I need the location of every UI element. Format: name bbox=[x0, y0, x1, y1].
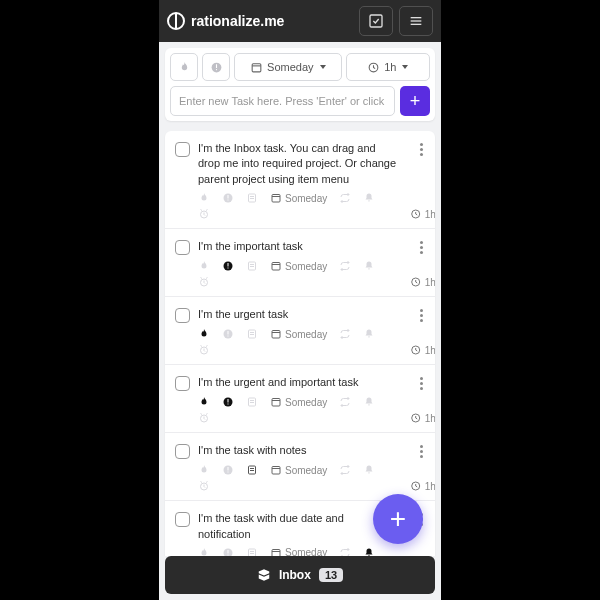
svg-line-56 bbox=[206, 414, 208, 415]
task-checkbox[interactable] bbox=[175, 240, 190, 255]
bell-icon bbox=[363, 260, 375, 272]
svg-rect-47 bbox=[228, 399, 229, 403]
svg-rect-76 bbox=[272, 549, 280, 556]
exclamation-icon bbox=[210, 61, 223, 74]
svg-line-55 bbox=[201, 414, 203, 415]
logo-icon bbox=[167, 12, 185, 30]
notes-icon bbox=[246, 396, 258, 408]
task-item[interactable]: I'm the important task Someday 1h bbox=[165, 229, 435, 297]
alarm-icon bbox=[198, 276, 210, 288]
svg-rect-59 bbox=[228, 467, 229, 471]
svg-line-43 bbox=[201, 346, 203, 347]
repeat-icon bbox=[339, 260, 351, 272]
svg-rect-72 bbox=[228, 554, 229, 555]
task-menu-button[interactable] bbox=[413, 375, 429, 390]
alarm-icon bbox=[198, 208, 210, 220]
svg-rect-23 bbox=[228, 263, 229, 267]
date-chip: Someday bbox=[270, 464, 327, 476]
important-icon bbox=[222, 547, 234, 556]
svg-line-67 bbox=[201, 482, 203, 483]
task-menu-button[interactable] bbox=[413, 141, 429, 156]
svg-rect-35 bbox=[228, 331, 229, 335]
check-button[interactable] bbox=[359, 6, 393, 36]
main-scroll[interactable]: Someday 1h + I'm the Inbox task. You c bbox=[159, 42, 441, 556]
task-menu-button[interactable] bbox=[413, 307, 429, 322]
urgent-icon bbox=[198, 192, 210, 204]
date-chip: Someday bbox=[270, 260, 327, 272]
repeat-icon bbox=[339, 328, 351, 340]
important-icon bbox=[222, 464, 234, 476]
clock-icon bbox=[367, 61, 380, 74]
svg-rect-48 bbox=[228, 404, 229, 405]
notes-icon bbox=[246, 464, 258, 476]
quick-entry-card: Someday 1h + bbox=[165, 48, 435, 121]
svg-rect-5 bbox=[215, 64, 216, 68]
alarm-icon bbox=[198, 412, 210, 424]
task-item[interactable]: I'm the task with notes Someday 1h bbox=[165, 433, 435, 501]
task-item[interactable]: I'm the urgent and important task Someda… bbox=[165, 365, 435, 433]
task-checkbox[interactable] bbox=[175, 308, 190, 323]
repeat-icon bbox=[339, 547, 351, 556]
new-task-input[interactable] bbox=[170, 86, 395, 116]
task-menu-button[interactable] bbox=[413, 443, 429, 458]
task-title: I'm the important task bbox=[198, 239, 405, 254]
plus-icon: + bbox=[410, 91, 421, 112]
task-title: I'm the task with notes bbox=[198, 443, 405, 458]
important-toggle[interactable] bbox=[202, 53, 230, 81]
important-icon bbox=[222, 260, 234, 272]
inbox-count-badge: 13 bbox=[319, 568, 343, 582]
check-square-icon bbox=[368, 13, 384, 29]
urgent-icon bbox=[198, 396, 210, 408]
urgent-toggle[interactable] bbox=[170, 53, 198, 81]
date-chip: Someday bbox=[270, 328, 327, 340]
hamburger-icon bbox=[408, 13, 424, 29]
task-item[interactable]: I'm the Inbox task. You can drag and dro… bbox=[165, 131, 435, 229]
urgent-icon bbox=[198, 260, 210, 272]
repeat-icon bbox=[339, 396, 351, 408]
svg-rect-73 bbox=[249, 549, 256, 556]
app-header: rationalize.me bbox=[159, 0, 441, 42]
box-icon bbox=[257, 568, 271, 582]
notes-icon bbox=[246, 547, 258, 556]
important-icon bbox=[222, 396, 234, 408]
svg-rect-7 bbox=[252, 63, 261, 71]
task-item[interactable]: I'm the urgent task Someday 1h bbox=[165, 297, 435, 365]
duration-chip: 1h bbox=[410, 208, 435, 220]
notes-icon bbox=[246, 328, 258, 340]
add-task-button[interactable]: + bbox=[400, 86, 430, 116]
brand-text: rationalize.me bbox=[191, 13, 284, 29]
svg-line-32 bbox=[206, 278, 208, 279]
task-checkbox[interactable] bbox=[175, 444, 190, 459]
task-checkbox[interactable] bbox=[175, 512, 190, 527]
caret-down-icon bbox=[402, 65, 408, 69]
date-chip: Someday bbox=[270, 396, 327, 408]
task-menu-button[interactable] bbox=[413, 239, 429, 254]
caret-down-icon bbox=[320, 65, 326, 69]
important-icon bbox=[222, 328, 234, 340]
date-chip: Someday bbox=[270, 192, 327, 204]
duration-chip: 1h bbox=[410, 276, 435, 288]
footer-inbox[interactable]: Inbox 13 bbox=[165, 556, 435, 594]
task-checkbox[interactable] bbox=[175, 376, 190, 391]
svg-line-19 bbox=[201, 210, 203, 211]
bell-icon bbox=[363, 328, 375, 340]
fab-add-button[interactable]: + bbox=[373, 494, 423, 544]
bell-icon bbox=[363, 192, 375, 204]
brand: rationalize.me bbox=[167, 12, 353, 30]
fire-icon bbox=[178, 61, 191, 74]
menu-button[interactable] bbox=[399, 6, 433, 36]
important-icon bbox=[222, 192, 234, 204]
task-title: I'm the Inbox task. You can drag and dro… bbox=[198, 141, 405, 187]
urgent-icon bbox=[198, 328, 210, 340]
alarm-icon bbox=[198, 480, 210, 492]
task-checkbox[interactable] bbox=[175, 142, 190, 157]
duration-chip: 1h bbox=[410, 344, 435, 356]
alarm-icon bbox=[198, 344, 210, 356]
urgent-icon bbox=[198, 547, 210, 556]
date-picker[interactable]: Someday bbox=[234, 53, 342, 81]
svg-rect-60 bbox=[228, 472, 229, 473]
duration-picker[interactable]: 1h bbox=[346, 53, 430, 81]
svg-rect-36 bbox=[228, 336, 229, 337]
duration-label: 1h bbox=[384, 61, 396, 73]
task-list: I'm the Inbox task. You can drag and dro… bbox=[165, 131, 435, 556]
